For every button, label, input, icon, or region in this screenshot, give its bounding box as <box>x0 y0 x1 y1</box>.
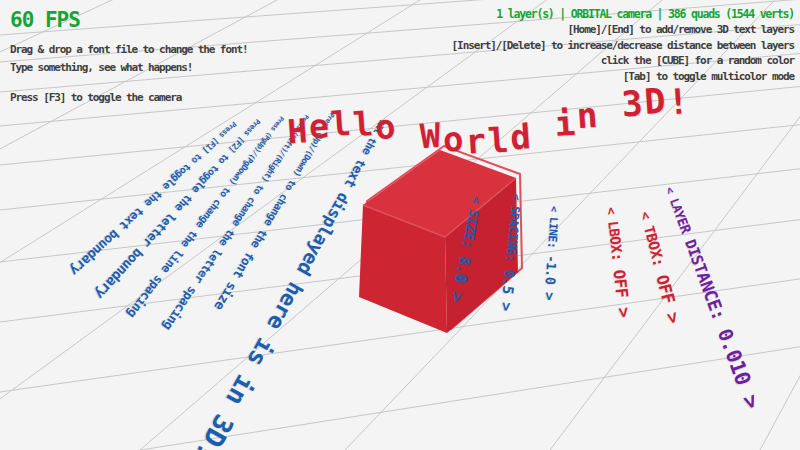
hud-left: 60 FPS Drag & drop a font file to change… <box>10 8 247 107</box>
help-multicolor: [Tab] to toggle multicolor mode <box>452 69 794 85</box>
fps-counter: 60 FPS <box>10 8 247 32</box>
help-layer-distance: [Insert]/[Delete] to increase/decrease d… <box>452 38 794 54</box>
help-cube-color: click the [CUBE] for a random color <box>452 53 794 69</box>
help-add-layers: [Home]/[End] to add/remove 3D text layer… <box>452 22 794 38</box>
app-window[interactable]: Press [F1] to toggle the text boundaryPr… <box>0 0 800 450</box>
hint-camera-toggle: Press [F3] to toggle the camera <box>10 89 247 107</box>
hud-right: 1 layer(s) | ORBITAL camera | 386 quads … <box>452 6 794 84</box>
hint-drag-drop: Drag & drop a font file to change the fo… <box>10 41 247 59</box>
status-bar: 1 layer(s) | ORBITAL camera | 386 quads … <box>452 6 794 22</box>
hint-type: Type something, see what happens! <box>10 59 247 77</box>
